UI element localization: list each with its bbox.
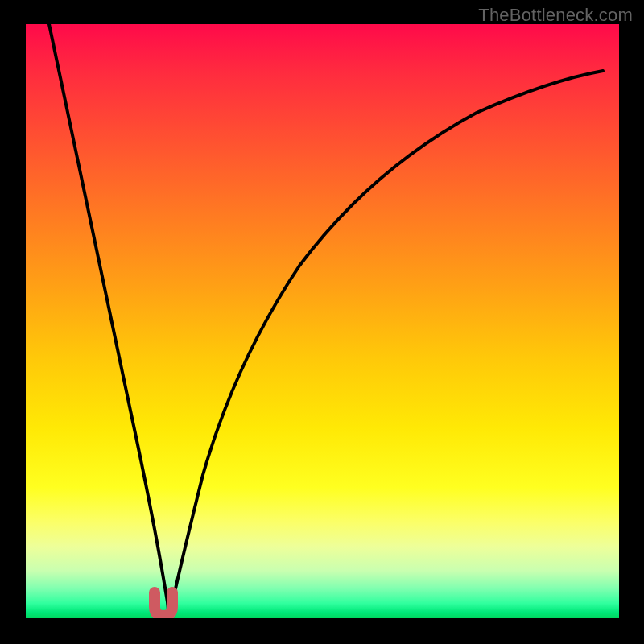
watermark-text: TheBottleneck.com: [478, 5, 633, 26]
bottleneck-curves: [26, 24, 619, 618]
left-curve: [49, 24, 169, 618]
optimal-point-u-marker: [155, 592, 172, 616]
right-curve: [169, 71, 603, 618]
